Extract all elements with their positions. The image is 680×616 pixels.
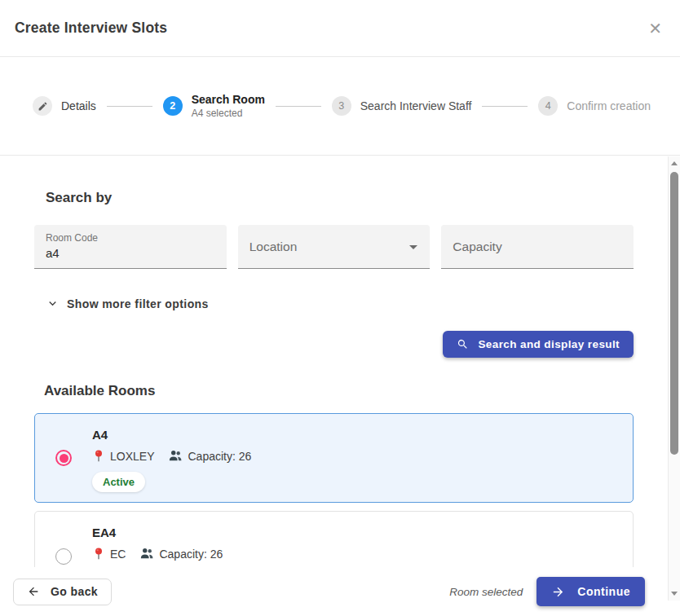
stepper: Details 2 Search Room A4 selected 3 Sear… [0, 57, 680, 156]
search-button-label: Search and display result [478, 338, 620, 350]
step-search-room-label: Search Room [192, 93, 265, 106]
room-code-field[interactable]: Room Code a4 [34, 225, 227, 269]
dialog-footer: Go back Room selected Continue [0, 567, 680, 616]
room-code-label: Room Code [46, 225, 215, 244]
step-3-badge: 3 [332, 96, 351, 116]
step-details[interactable]: Details [33, 96, 96, 116]
room-radio-selected[interactable] [55, 450, 72, 466]
search-by-heading: Search by [46, 190, 634, 206]
room-name: A4 [92, 428, 251, 442]
step-search-staff[interactable]: 3 Search Interview Staff [332, 96, 472, 116]
step-confirm[interactable]: 4 Confirm creation [538, 96, 651, 116]
step-confirm-label: Confirm creation [567, 99, 651, 112]
people-icon [168, 450, 183, 462]
room-radio-unselected[interactable] [55, 548, 72, 565]
room-capacity: Capacity: 26 [188, 450, 251, 463]
scroll-up-arrow-icon[interactable] [671, 161, 678, 165]
show-more-filters-toggle[interactable]: Show more filter options [46, 297, 209, 310]
scrollbar-thumb[interactable] [670, 172, 678, 455]
location-select[interactable]: Location [238, 225, 431, 269]
chevron-down-icon [46, 297, 60, 310]
dialog-title: Create Interview Slots [15, 20, 167, 37]
stepper-connector [482, 106, 528, 107]
scrollbar[interactable] [668, 156, 680, 601]
dialog-header: Create Interview Slots ✕ [0, 0, 680, 57]
step-search-room-sublabel: A4 selected [192, 108, 265, 119]
room-card-ea4[interactable]: EA4 EC Capacity: 26 [34, 511, 634, 567]
close-icon[interactable]: ✕ [648, 20, 662, 37]
room-card-a4[interactable]: A4 LOXLEY Capacity: 26 Active [34, 413, 634, 503]
location-placeholder: Location [249, 225, 419, 269]
go-back-button[interactable]: Go back [13, 579, 112, 605]
capacity-placeholder: Capacity [453, 225, 622, 269]
step-search-staff-label: Search Interview Staff [360, 99, 472, 112]
room-status-badge: Active [92, 472, 145, 492]
room-selected-status: Room selected [449, 586, 523, 598]
stepper-connector [107, 106, 152, 107]
location-pin-icon [92, 547, 105, 561]
step-search-room[interactable]: 2 Search Room A4 selected [163, 93, 265, 119]
show-more-filters-label: Show more filter options [67, 297, 209, 310]
room-location: LOXLEY [110, 450, 154, 463]
search-icon [457, 338, 469, 350]
scroll-down-arrow-icon[interactable] [671, 592, 678, 596]
available-rooms-heading: Available Rooms [44, 383, 634, 399]
pencil-icon [33, 96, 52, 116]
arrow-left-icon [27, 585, 40, 598]
dropdown-arrow-icon [409, 245, 417, 249]
create-interview-slots-dialog: Create Interview Slots ✕ Details 2 Searc… [0, 0, 680, 616]
stepper-connector [276, 106, 321, 107]
people-icon [139, 548, 154, 560]
location-pin-icon [92, 449, 105, 463]
go-back-label: Go back [51, 585, 98, 598]
room-location: EC [110, 548, 126, 561]
room-code-value: a4 [46, 246, 215, 260]
step-details-label: Details [61, 99, 96, 112]
search-button[interactable]: Search and display result [443, 331, 634, 358]
step-2-badge: 2 [163, 96, 183, 116]
capacity-field[interactable]: Capacity [441, 225, 634, 269]
continue-button[interactable]: Continue [536, 577, 645, 606]
step-4-badge: 4 [538, 96, 558, 116]
filter-fields: Room Code a4 Location Capacity [34, 225, 634, 269]
room-name: EA4 [92, 526, 223, 539]
room-capacity: Capacity: 26 [159, 548, 223, 561]
continue-label: Continue [577, 585, 630, 598]
dialog-body: Search by Room Code a4 Location Capacity… [0, 156, 680, 567]
arrow-right-icon [551, 585, 565, 599]
